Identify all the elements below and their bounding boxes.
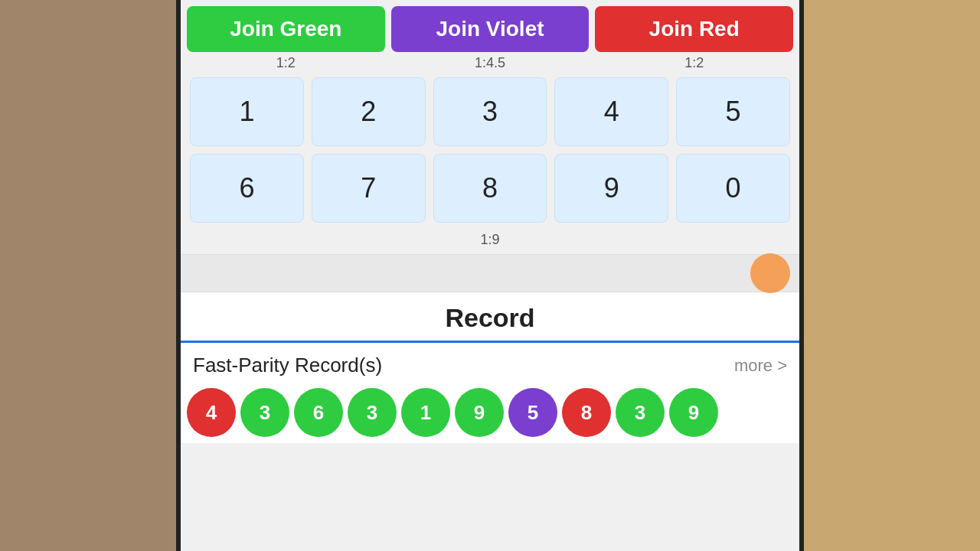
join-buttons-row: Join Green Join Violet Join Red [181, 0, 799, 52]
background-left [0, 0, 176, 551]
fast-parity-title: Fast-Parity Record(s) [193, 354, 382, 377]
divider-row [181, 254, 799, 292]
ball-0: 4 [187, 388, 236, 437]
number-cell-5[interactable]: 5 [676, 77, 790, 146]
odds-violet: 1:4.5 [391, 55, 590, 71]
ball-3: 3 [348, 388, 397, 437]
join-violet-button[interactable]: Join Violet [391, 6, 590, 52]
background-right [804, 0, 980, 551]
history-balls: 4 3 6 3 1 9 5 8 3 9 [181, 385, 799, 443]
number-grid: 1 2 3 4 5 6 7 8 9 0 [181, 77, 799, 229]
number-cell-9[interactable]: 9 [554, 154, 668, 223]
join-green-button[interactable]: Join Green [187, 6, 385, 52]
number-cell-4[interactable]: 4 [554, 77, 668, 146]
ball-2: 6 [294, 388, 343, 437]
ball-9: 9 [669, 388, 718, 437]
odds-green: 1:2 [187, 55, 385, 71]
center-odds: 1:9 [181, 229, 799, 254]
number-cell-2[interactable]: 2 [312, 77, 426, 146]
number-cell-8[interactable]: 8 [433, 154, 547, 223]
ball-7: 8 [562, 388, 611, 437]
fast-parity-header: Fast-Parity Record(s) more > [181, 343, 799, 385]
number-cell-7[interactable]: 7 [312, 154, 426, 223]
number-cell-1[interactable]: 1 [190, 77, 304, 146]
number-cell-0[interactable]: 0 [676, 154, 790, 223]
ball-5: 9 [455, 388, 504, 437]
phone-frame: Join Green Join Violet Join Red 1:2 1:4.… [176, 0, 804, 551]
odds-row: 1:2 1:4.5 1:2 [181, 52, 799, 77]
orange-bubble-button[interactable] [750, 253, 790, 293]
ball-1: 3 [240, 388, 289, 437]
number-cell-6[interactable]: 6 [190, 154, 304, 223]
record-title: Record [181, 292, 799, 341]
number-cell-3[interactable]: 3 [433, 77, 547, 146]
ball-8: 3 [616, 388, 665, 437]
join-red-button[interactable]: Join Red [595, 6, 793, 52]
record-section: Record Fast-Parity Record(s) more > 4 3 … [181, 292, 799, 443]
more-link[interactable]: more > [734, 356, 787, 376]
ball-6: 5 [508, 388, 557, 437]
odds-red: 1:2 [595, 55, 793, 71]
ball-4: 1 [401, 388, 450, 437]
